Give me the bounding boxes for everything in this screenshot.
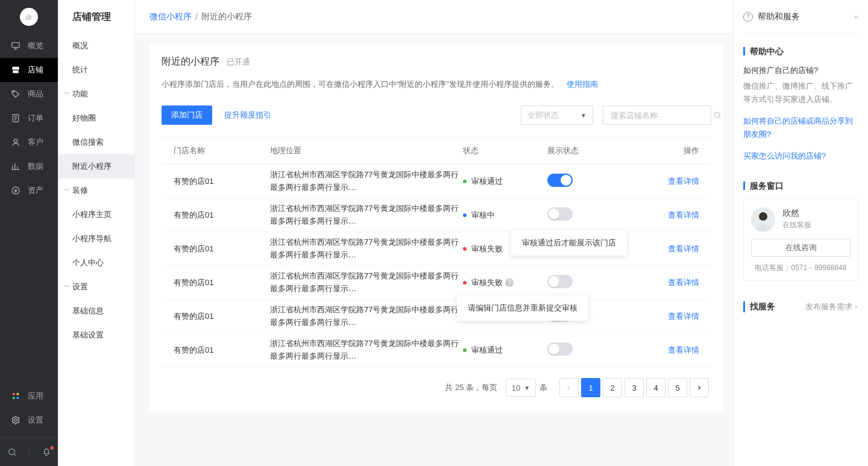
pager-page[interactable]: 3 bbox=[624, 378, 644, 397]
gear-icon bbox=[11, 415, 20, 425]
pager-page[interactable]: 4 bbox=[646, 378, 665, 397]
pager-total: 25 bbox=[455, 383, 464, 392]
display-switch[interactable] bbox=[547, 342, 573, 356]
divider bbox=[29, 447, 30, 457]
phone-number: 0571－89988848 bbox=[791, 263, 846, 272]
sidebar-item-overview[interactable]: 概况 bbox=[58, 34, 134, 58]
search-box bbox=[603, 105, 711, 125]
sidebar-group-function[interactable]: ﹀ 功能 bbox=[58, 82, 134, 106]
sidebar-item-mphome[interactable]: 小程序主页 bbox=[58, 203, 134, 227]
quota-link[interactable]: 提升额度指引 bbox=[224, 110, 271, 121]
pager-prev[interactable] bbox=[559, 378, 579, 397]
search-icon[interactable] bbox=[713, 111, 722, 119]
user-icon bbox=[11, 137, 20, 147]
rail-item-data[interactable]: 数据 bbox=[0, 154, 58, 178]
sidebar-group-label: 功能 bbox=[72, 89, 88, 99]
help-link-2[interactable]: 买家怎么访问我的店铺? bbox=[743, 150, 858, 163]
status-filter-select[interactable]: 全部状态 ▼ bbox=[521, 105, 593, 125]
rail-item-assets[interactable]: 资产 bbox=[0, 178, 58, 203]
svg-rect-0 bbox=[12, 43, 19, 48]
svg-point-9 bbox=[14, 419, 17, 421]
cell-addr: 浙江省杭州市西湖区学院路77号黄龙国际中楼最多两行最多两行最多两行显示… bbox=[270, 236, 463, 262]
help-link-1[interactable]: 如何将自己的店铺或商品分享到朋友圈? bbox=[743, 115, 858, 141]
rail-item-label: 店铺 bbox=[28, 65, 43, 75]
publish-demand-link[interactable]: 发布服务需求 bbox=[805, 301, 858, 312]
view-detail-link[interactable]: 查看详情 bbox=[668, 312, 699, 321]
toolbar: 添加门店 提升额度指引 全部状态 ▼ bbox=[162, 105, 711, 125]
rail-item-apps[interactable]: 应用 bbox=[0, 384, 58, 408]
cell-action: 查看详情 bbox=[662, 311, 711, 322]
view-detail-link[interactable]: 查看详情 bbox=[668, 345, 699, 354]
find-service-title: 找服务 bbox=[743, 301, 775, 312]
svg-point-7 bbox=[13, 397, 15, 399]
breadcrumb-current: 附近的小程序 bbox=[201, 11, 252, 22]
sidebar-item-personal[interactable]: 个人中心 bbox=[58, 251, 134, 275]
status-filter-placeholder: 全部状态 bbox=[527, 110, 559, 121]
table-row: 有赞的店01浙江省杭州市西湖区学院路77号黄龙国际中楼最多两行最多两行最多两行显… bbox=[162, 333, 711, 367]
bell-icon[interactable] bbox=[42, 447, 51, 457]
display-switch[interactable] bbox=[547, 207, 573, 221]
pager-page[interactable]: 5 bbox=[668, 378, 687, 397]
view-detail-link[interactable]: 查看详情 bbox=[668, 278, 699, 287]
rail-item-shop[interactable]: 店铺 bbox=[0, 58, 58, 82]
display-switch[interactable] bbox=[547, 174, 573, 187]
sidebar-item-hwq[interactable]: 好物圈 bbox=[58, 106, 134, 130]
search-input[interactable] bbox=[609, 110, 713, 121]
sidebar-item-basicsettings[interactable]: 基础设置 bbox=[58, 323, 134, 347]
help-hint-icon[interactable]: ? bbox=[505, 279, 514, 287]
pager-next[interactable] bbox=[690, 378, 709, 397]
display-switch[interactable] bbox=[547, 275, 573, 288]
cell-action: 查看详情 bbox=[662, 244, 711, 254]
cell-toggle bbox=[547, 275, 662, 290]
guide-link[interactable]: 使用指南 bbox=[567, 80, 598, 89]
status-text: 审核失败 bbox=[471, 277, 503, 288]
expand-icon[interactable]: » bbox=[854, 13, 858, 21]
pager-page[interactable]: 2 bbox=[603, 378, 622, 397]
caret-down-icon: ▼ bbox=[580, 112, 587, 119]
main: 微信小程序 / 附近的小程序 附近的小程序 已开通 小程序添加门店后，当用户在此… bbox=[135, 0, 733, 466]
cell-name: 有赞的店01 bbox=[162, 311, 270, 322]
pager-page[interactable]: 1 bbox=[581, 378, 600, 397]
table-row: 有赞的店01浙江省杭州市西湖区学院路77号黄龙国际中楼最多两行最多两行最多两行显… bbox=[162, 165, 711, 198]
cell-addr: 浙江省杭州市西湖区学院路77号黄龙国际中楼最多两行最多两行最多两行显示… bbox=[270, 203, 463, 228]
sidebar-item-nearby[interactable]: 附近小程序 bbox=[58, 154, 134, 178]
status-text: 审核通过 bbox=[471, 176, 503, 187]
sidebar-title: 店铺管理 bbox=[58, 0, 134, 34]
col-addr: 地理位置 bbox=[270, 145, 463, 156]
page-size-select[interactable]: 10 ▼ bbox=[506, 379, 536, 397]
breadcrumb-root[interactable]: 微信小程序 bbox=[149, 11, 192, 22]
rail-item-settings[interactable]: 设置 bbox=[0, 408, 58, 432]
cell-addr: 浙江省杭州市西湖区学院路77号黄龙国际中楼最多两行最多两行最多两行显示… bbox=[270, 169, 463, 194]
sidebar-item-stats[interactable]: 统计 bbox=[58, 58, 134, 82]
page-title: 附近的小程序 bbox=[162, 55, 219, 68]
cell-status: 审核失败? bbox=[463, 277, 547, 288]
pagination: 共 25 条，每页 10 ▼ 条 12345 bbox=[162, 378, 711, 397]
page-title-tag: 已开通 bbox=[227, 57, 250, 68]
rail-item-goods[interactable]: 商品 bbox=[0, 82, 58, 106]
view-detail-link[interactable]: 查看详情 bbox=[668, 244, 699, 253]
thumbs-up-icon bbox=[25, 13, 33, 21]
status-dot bbox=[463, 180, 467, 183]
rail-item-customers[interactable]: 客户 bbox=[0, 130, 58, 154]
search-icon[interactable] bbox=[7, 447, 17, 457]
cell-name: 有赞的店01 bbox=[162, 210, 270, 221]
chevron-down-icon: ﹀ bbox=[64, 186, 72, 195]
sidebar-item-basicinfo[interactable]: 基础信息 bbox=[58, 299, 134, 323]
status-text: 审核中 bbox=[471, 210, 495, 221]
view-detail-link[interactable]: 查看详情 bbox=[668, 177, 699, 186]
rail-item-orders[interactable]: 订单 bbox=[0, 106, 58, 130]
rail-item-overview[interactable]: 概览 bbox=[0, 34, 58, 58]
sidebar-item-wxsearch[interactable]: 微信搜索 bbox=[58, 130, 134, 154]
rail-item-label: 订单 bbox=[28, 113, 43, 124]
add-store-button[interactable]: 添加门店 bbox=[162, 105, 212, 125]
col-display: 展示状态 bbox=[547, 145, 662, 156]
sidebar-item-mpnav[interactable]: 小程序导航 bbox=[58, 227, 134, 251]
avatar[interactable] bbox=[20, 8, 38, 26]
coin-icon bbox=[11, 186, 20, 195]
status-text: 审核失败 bbox=[471, 244, 503, 254]
sidebar-group-settings[interactable]: ﹀ 设置 bbox=[58, 275, 134, 299]
chevron-down-icon: ﹀ bbox=[64, 283, 72, 291]
view-detail-link[interactable]: 查看详情 bbox=[668, 210, 699, 219]
sidebar-group-decor[interactable]: ﹀ 装修 bbox=[58, 178, 134, 203]
consult-button[interactable]: 在线咨询 bbox=[751, 239, 851, 257]
